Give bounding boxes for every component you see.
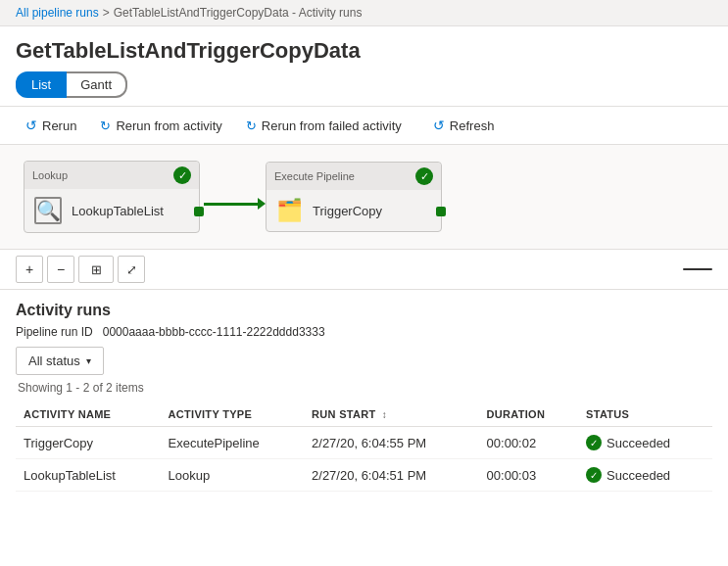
rerun-label: Rerun <box>42 118 76 133</box>
zoom-buttons: + − ⊞ ⤢ <box>16 256 145 283</box>
col-run-start: RUN START ↕ <box>304 402 479 427</box>
activity-runs-section: Activity runs Pipeline run ID 0000aaaa-b… <box>0 290 728 492</box>
breadcrumb-current: GetTableListAndTriggerCopyData - Activit… <box>114 6 363 20</box>
zoom-expand-button[interactable]: ⤢ <box>118 256 145 283</box>
table-row[interactable]: TriggerCopyExecutePipeline2/27/20, 6:04:… <box>16 427 712 459</box>
breadcrumb: All pipeline runs > GetTableListAndTrigg… <box>0 0 728 26</box>
rerun-from-activity-button[interactable]: ↻ Rerun from activity <box>90 114 231 138</box>
table-row[interactable]: LookupTableListLookup2/27/20, 6:04:51 PM… <box>16 459 712 492</box>
pipeline-diagram: Lookup ✓ 🔍 LookupTableList Execute Pipel… <box>0 145 728 250</box>
arrow-head <box>258 198 266 210</box>
execute-pipeline-node-name: TriggerCopy <box>313 204 382 218</box>
lookup-node[interactable]: Lookup ✓ 🔍 LookupTableList <box>24 161 200 233</box>
status-success-icon: ✓ <box>586 467 602 483</box>
col-activity-type: ACTIVITY TYPE <box>161 402 305 427</box>
page-title: GetTableListAndTriggerCopyData <box>0 26 728 71</box>
trigger-copy-icon: 🗂️ <box>276 198 303 223</box>
activity-runs-table: ACTIVITY NAME ACTIVITY TYPE RUN START ↕ … <box>16 402 712 492</box>
rerun-from-activity-label: Rerun from activity <box>116 118 221 133</box>
rerun-from-activity-icon: ↻ <box>100 118 111 133</box>
execute-output-port <box>436 207 446 216</box>
zoom-fit-button[interactable]: ⊞ <box>78 256 114 283</box>
status-text: Succeeded <box>607 436 670 450</box>
execute-pipeline-node[interactable]: Execute Pipeline ✓ 🗂️ TriggerCopy <box>266 162 442 232</box>
connector <box>200 203 262 206</box>
rerun-from-failed-button[interactable]: ↻ Rerun from failed activity <box>236 114 412 138</box>
collapse-line <box>683 268 712 270</box>
execute-pipeline-node-type: Execute Pipeline <box>274 170 355 182</box>
refresh-label: Refresh <box>450 118 495 133</box>
lookup-node-header: Lookup ✓ <box>24 162 199 189</box>
toolbar: ↺ Rerun ↻ Rerun from activity ↻ Rerun fr… <box>0 106 728 145</box>
status-success-icon: ✓ <box>586 435 602 450</box>
sort-icon: ↕ <box>382 409 387 420</box>
pipeline-run-label: Pipeline run ID <box>16 325 93 339</box>
zoom-in-button[interactable]: + <box>16 256 43 283</box>
lookup-node-type: Lookup <box>32 169 68 181</box>
refresh-button[interactable]: ↺ Refresh <box>423 113 505 138</box>
lookup-node-name: LookupTableList <box>72 204 164 218</box>
zoom-controls-row: + − ⊞ ⤢ <box>0 250 728 290</box>
cell-duration: 00:00:02 <box>479 427 578 459</box>
cell-activity-name: LookupTableList <box>16 459 161 492</box>
cell-run-start: 2/27/20, 6:04:55 PM <box>304 427 479 459</box>
pipeline-run-id-value: 0000aaaa-bbbb-cccc-1111-2222dddd3333 <box>103 325 325 339</box>
status-text: Succeeded <box>607 468 670 483</box>
col-activity-name: ACTIVITY NAME <box>16 402 161 427</box>
lookup-success-badge: ✓ <box>173 166 191 184</box>
lookup-node-body: 🔍 LookupTableList <box>24 189 199 232</box>
cell-activity-type: ExecutePipeline <box>161 427 305 459</box>
cell-activity-type: Lookup <box>161 459 305 492</box>
rerun-from-failed-label: Rerun from failed activity <box>262 118 402 133</box>
activity-runs-title: Activity runs <box>16 302 712 319</box>
cell-status: ✓Succeeded <box>578 459 712 492</box>
breadcrumb-all-pipelines[interactable]: All pipeline runs <box>16 6 99 20</box>
cell-duration: 00:00:03 <box>479 459 578 492</box>
cell-status: ✓Succeeded <box>578 427 712 459</box>
pipeline-run-id-row: Pipeline run ID 0000aaaa-bbbb-cccc-1111-… <box>16 325 712 339</box>
tab-gantt[interactable]: Gantt <box>67 71 127 98</box>
connector-line <box>204 203 258 206</box>
execute-pipeline-success-badge: ✓ <box>415 167 433 185</box>
refresh-icon: ↺ <box>433 118 445 133</box>
chevron-down-icon: ▾ <box>86 355 91 366</box>
execute-pipeline-node-header: Execute Pipeline ✓ <box>267 163 441 190</box>
rerun-button[interactable]: ↺ Rerun <box>16 113 86 138</box>
rerun-icon: ↺ <box>25 118 37 133</box>
zoom-out-button[interactable]: − <box>47 256 74 283</box>
execute-pipeline-node-body: 🗂️ TriggerCopy <box>267 190 441 231</box>
cell-run-start: 2/27/20, 6:04:51 PM <box>304 459 479 492</box>
lookup-output-port <box>194 207 204 216</box>
lookup-icon: 🔍 <box>34 197 62 224</box>
status-filter-label: All status <box>28 354 80 368</box>
status-filter-dropdown[interactable]: All status ▾ <box>16 347 104 375</box>
breadcrumb-separator: > <box>103 6 110 20</box>
collapse-bar[interactable] <box>683 266 712 272</box>
tab-list[interactable]: List <box>16 71 67 98</box>
col-status: STATUS <box>578 402 712 427</box>
rerun-from-failed-icon: ↻ <box>246 118 257 133</box>
showing-count: Showing 1 - 2 of 2 items <box>16 381 712 395</box>
col-duration: DURATION <box>479 402 578 427</box>
cell-activity-name: TriggerCopy <box>16 427 161 459</box>
tabs-container: List Gantt <box>0 71 728 106</box>
table-header-row: ACTIVITY NAME ACTIVITY TYPE RUN START ↕ … <box>16 402 712 427</box>
